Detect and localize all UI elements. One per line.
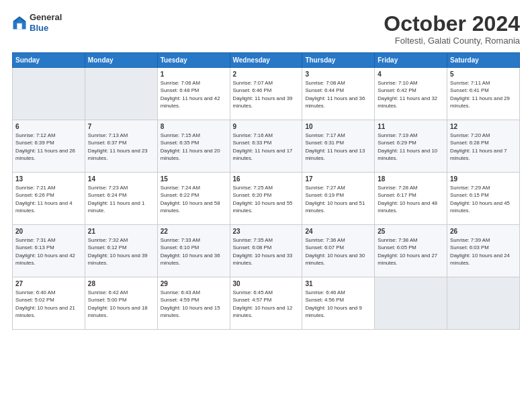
day-cell — [85, 68, 157, 120]
week-row-4: 20Sunrise: 7:31 AMSunset: 6:13 PMDayligh… — [13, 225, 520, 277]
day-number: 9 — [233, 123, 300, 130]
logo-text: General Blue — [30, 12, 62, 33]
week-row-2: 6Sunrise: 7:12 AMSunset: 6:39 PMDaylight… — [13, 120, 520, 173]
day-info: Sunrise: 7:24 AMSunset: 6:22 PMDaylight:… — [161, 184, 227, 214]
calendar-table: SundayMondayTuesdayWednesdayThursdayFrid… — [12, 52, 520, 330]
day-cell — [13, 68, 85, 120]
day-info: Sunrise: 7:20 AMSunset: 6:28 PMDaylight:… — [450, 132, 517, 162]
day-info: Sunrise: 7:08 AMSunset: 6:44 PMDaylight:… — [305, 79, 371, 109]
day-cell — [447, 277, 520, 330]
month-title: October 2024 — [384, 12, 520, 36]
day-cell — [375, 277, 447, 330]
day-info: Sunrise: 7:38 AMSunset: 6:05 PMDaylight:… — [378, 236, 444, 267]
day-cell: 25Sunrise: 7:38 AMSunset: 6:05 PMDayligh… — [375, 225, 447, 277]
day-number: 22 — [161, 228, 227, 235]
day-number: 3 — [305, 71, 371, 78]
day-number: 30 — [233, 280, 300, 287]
day-cell: 28Sunrise: 6:42 AMSunset: 5:00 PMDayligh… — [85, 277, 157, 330]
day-info: Sunrise: 7:36 AMSunset: 6:07 PMDaylight:… — [305, 236, 371, 267]
day-number: 16 — [233, 175, 300, 183]
logo-blue: Blue — [30, 23, 62, 34]
day-number: 29 — [161, 280, 227, 287]
day-number: 14 — [88, 175, 154, 183]
dow-header-wednesday: Wednesday — [230, 53, 302, 68]
day-cell: 5Sunrise: 7:11 AMSunset: 6:41 PMDaylight… — [447, 68, 520, 120]
day-number: 12 — [450, 123, 517, 130]
day-cell: 6Sunrise: 7:12 AMSunset: 6:39 PMDaylight… — [13, 120, 85, 173]
day-cell: 1Sunrise: 7:06 AMSunset: 6:48 PMDaylight… — [157, 68, 230, 120]
day-cell: 10Sunrise: 7:17 AMSunset: 6:31 PMDayligh… — [302, 120, 375, 173]
day-info: Sunrise: 7:39 AMSunset: 6:03 PMDaylight:… — [450, 236, 517, 267]
week-row-5: 27Sunrise: 6:40 AMSunset: 5:02 PMDayligh… — [13, 277, 520, 330]
day-number: 17 — [305, 175, 371, 183]
day-number: 10 — [305, 123, 371, 130]
location-subtitle: Foltesti, Galati County, Romania — [384, 36, 520, 46]
day-cell: 15Sunrise: 7:24 AMSunset: 6:22 PMDayligh… — [157, 173, 230, 225]
day-cell: 14Sunrise: 7:23 AMSunset: 6:24 PMDayligh… — [85, 173, 157, 225]
day-cell: 2Sunrise: 7:07 AMSunset: 6:46 PMDaylight… — [230, 68, 302, 120]
calendar-body: 1Sunrise: 7:06 AMSunset: 6:48 PMDaylight… — [13, 68, 520, 330]
day-cell: 11Sunrise: 7:19 AMSunset: 6:29 PMDayligh… — [375, 120, 447, 173]
day-info: Sunrise: 7:31 AMSunset: 6:13 PMDaylight:… — [15, 236, 82, 267]
day-number: 23 — [233, 228, 300, 235]
day-info: Sunrise: 7:07 AMSunset: 6:46 PMDaylight:… — [233, 79, 300, 109]
dow-header-friday: Friday — [375, 53, 447, 68]
day-cell: 31Sunrise: 6:46 AMSunset: 4:56 PMDayligh… — [302, 277, 375, 330]
day-cell: 4Sunrise: 7:10 AMSunset: 6:42 PMDaylight… — [375, 68, 447, 120]
day-info: Sunrise: 7:32 AMSunset: 6:12 PMDaylight:… — [88, 236, 154, 267]
day-info: Sunrise: 7:17 AMSunset: 6:31 PMDaylight:… — [305, 132, 371, 162]
day-info: Sunrise: 7:15 AMSunset: 6:35 PMDaylight:… — [161, 132, 227, 162]
day-number: 4 — [378, 71, 444, 78]
week-row-3: 13Sunrise: 7:21 AMSunset: 6:26 PMDayligh… — [13, 173, 520, 225]
day-info: Sunrise: 7:29 AMSunset: 6:15 PMDaylight:… — [450, 184, 517, 214]
day-info: Sunrise: 7:12 AMSunset: 6:39 PMDaylight:… — [15, 132, 82, 162]
day-number: 19 — [450, 175, 517, 183]
day-cell: 8Sunrise: 7:15 AMSunset: 6:35 PMDaylight… — [157, 120, 230, 173]
day-cell: 21Sunrise: 7:32 AMSunset: 6:12 PMDayligh… — [85, 225, 157, 277]
day-info: Sunrise: 6:45 AMSunset: 4:57 PMDaylight:… — [233, 289, 300, 319]
day-cell: 30Sunrise: 6:45 AMSunset: 4:57 PMDayligh… — [230, 277, 302, 330]
page-header: General Blue October 2024 Foltesti, Gala… — [12, 12, 520, 46]
day-info: Sunrise: 7:33 AMSunset: 6:10 PMDaylight:… — [161, 236, 227, 267]
day-number: 31 — [305, 280, 371, 287]
day-info: Sunrise: 7:13 AMSunset: 6:37 PMDaylight:… — [88, 132, 154, 162]
dow-header-thursday: Thursday — [302, 53, 375, 68]
day-number: 8 — [161, 123, 227, 130]
day-info: Sunrise: 6:42 AMSunset: 5:00 PMDaylight:… — [88, 289, 154, 319]
day-cell: 23Sunrise: 7:35 AMSunset: 6:08 PMDayligh… — [230, 225, 302, 277]
day-number: 28 — [88, 280, 154, 287]
day-of-week-header-row: SundayMondayTuesdayWednesdayThursdayFrid… — [13, 53, 520, 68]
day-info: Sunrise: 6:46 AMSunset: 4:56 PMDaylight:… — [305, 289, 371, 319]
day-number: 27 — [15, 280, 82, 287]
title-block: October 2024 Foltesti, Galati County, Ro… — [384, 12, 520, 46]
day-number: 26 — [450, 228, 517, 235]
day-number: 15 — [161, 175, 227, 183]
day-number: 24 — [305, 228, 371, 235]
day-cell: 24Sunrise: 7:36 AMSunset: 6:07 PMDayligh… — [302, 225, 375, 277]
day-number: 13 — [15, 175, 82, 183]
day-info: Sunrise: 7:06 AMSunset: 6:48 PMDaylight:… — [161, 79, 227, 109]
day-cell: 27Sunrise: 6:40 AMSunset: 5:02 PMDayligh… — [13, 277, 85, 330]
day-cell: 29Sunrise: 6:43 AMSunset: 4:59 PMDayligh… — [157, 277, 230, 330]
logo-general: General — [30, 12, 62, 23]
day-number: 20 — [15, 228, 82, 235]
week-row-1: 1Sunrise: 7:06 AMSunset: 6:48 PMDaylight… — [13, 68, 520, 120]
day-info: Sunrise: 7:21 AMSunset: 6:26 PMDaylight:… — [15, 184, 82, 214]
day-cell: 18Sunrise: 7:28 AMSunset: 6:17 PMDayligh… — [375, 173, 447, 225]
day-info: Sunrise: 6:43 AMSunset: 4:59 PMDaylight:… — [161, 289, 227, 319]
day-info: Sunrise: 6:40 AMSunset: 5:02 PMDaylight:… — [15, 289, 82, 319]
day-cell: 9Sunrise: 7:16 AMSunset: 6:33 PMDaylight… — [230, 120, 302, 173]
dow-header-sunday: Sunday — [13, 53, 85, 68]
svg-rect-2 — [17, 23, 21, 29]
day-number: 1 — [161, 71, 227, 78]
dow-header-tuesday: Tuesday — [157, 53, 230, 68]
day-info: Sunrise: 7:28 AMSunset: 6:17 PMDaylight:… — [378, 184, 444, 214]
day-info: Sunrise: 7:25 AMSunset: 6:20 PMDaylight:… — [233, 184, 300, 214]
dow-header-saturday: Saturday — [447, 53, 520, 68]
day-cell: 12Sunrise: 7:20 AMSunset: 6:28 PMDayligh… — [447, 120, 520, 173]
logo: General Blue — [12, 12, 62, 33]
day-info: Sunrise: 7:19 AMSunset: 6:29 PMDaylight:… — [378, 132, 444, 162]
day-cell: 16Sunrise: 7:25 AMSunset: 6:20 PMDayligh… — [230, 173, 302, 225]
logo-icon — [12, 15, 27, 30]
day-number: 11 — [378, 123, 444, 130]
